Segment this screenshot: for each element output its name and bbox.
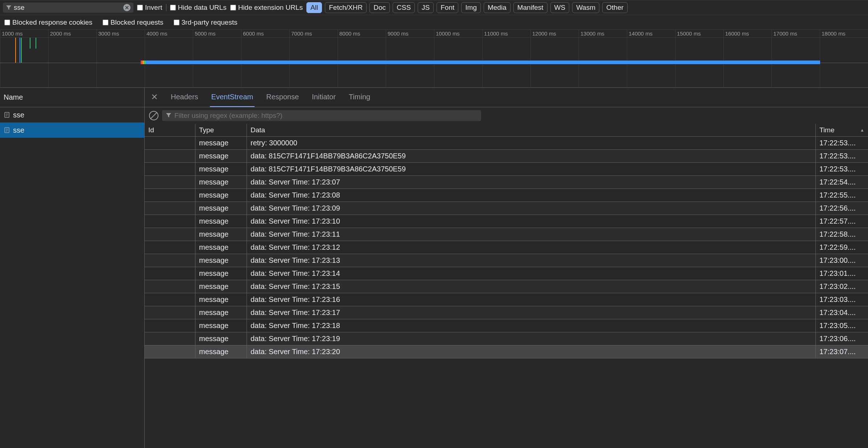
clear-filter-button[interactable] (123, 4, 131, 11)
timeline-marker (20, 38, 20, 63)
event-row[interactable]: messagedata: 815C7F1471F14BB79B3A86C2A37… (145, 150, 868, 163)
column-header-type[interactable]: Type (195, 124, 247, 137)
event-row[interactable]: messagedata: Server Time: 17:23:1017:22:… (145, 215, 868, 228)
request-list-panel: Name ssesse (0, 88, 145, 448)
tab-timing[interactable]: Timing (347, 88, 372, 107)
event-data: data: 815C7F1471F14BB79B3A86C2A3750E59 (247, 163, 816, 176)
request-detail-panel: HeadersEventStreamResponseInitiatorTimin… (145, 88, 868, 448)
event-row[interactable]: messagedata: Server Time: 17:23:1617:23:… (145, 293, 868, 306)
hide-data-urls-checkbox[interactable]: Hide data URLs (170, 4, 227, 12)
timeline-bar-start (141, 61, 146, 64)
event-row[interactable]: messageretry: 300000017:22:53.... (145, 137, 868, 150)
filter-input[interactable] (14, 4, 121, 12)
ruler-tick: 11000 ms (482, 30, 530, 37)
event-time: 17:22:53.... (816, 163, 868, 176)
event-time: 17:22:53.... (816, 150, 868, 163)
clear-events-button[interactable] (149, 111, 158, 120)
event-data: data: Server Time: 17:23:08 (247, 189, 816, 202)
ruler-tick: 12000 ms (530, 30, 579, 37)
ruler-tick: 6000 ms (241, 30, 289, 37)
filter-chip-font[interactable]: Font (437, 2, 458, 13)
tab-initiator[interactable]: Initiator (310, 88, 337, 107)
event-row[interactable]: messagedata: Server Time: 17:23:1417:23:… (145, 267, 868, 280)
event-row[interactable]: messagedata: Server Time: 17:23:1717:23:… (145, 306, 868, 319)
event-data: data: Server Time: 17:23:16 (247, 293, 816, 306)
request-row[interactable]: sse (0, 123, 144, 138)
third-party-checkbox[interactable]: 3rd-party requests (174, 18, 237, 26)
ruler-tick: 5000 ms (193, 30, 241, 37)
filter-chip-media[interactable]: Media (484, 2, 511, 13)
column-header-data[interactable]: Data (247, 124, 816, 137)
regex-filter-wrapper[interactable] (162, 110, 481, 121)
timeline-overview[interactable]: 1000 ms2000 ms3000 ms4000 ms5000 ms6000 … (0, 30, 868, 88)
event-id (145, 176, 195, 189)
event-id (145, 267, 195, 280)
event-id (145, 228, 195, 241)
tab-eventstream[interactable]: EventStream (210, 88, 255, 107)
event-type: message (195, 345, 247, 358)
filter-chips: AllFetch/XHRDocCSSJSFontImgMediaManifest… (306, 2, 628, 13)
close-detail-button[interactable] (150, 92, 159, 103)
divider (166, 4, 166, 11)
invert-checkbox[interactable]: Invert (137, 4, 162, 12)
event-data: data: Server Time: 17:23:19 (247, 332, 816, 345)
event-data: data: Server Time: 17:23:14 (247, 267, 816, 280)
filter-chip-doc[interactable]: Doc (369, 2, 390, 13)
column-header-time[interactable]: Time▲ (816, 124, 868, 137)
tab-headers[interactable]: Headers (169, 88, 200, 107)
event-row[interactable]: messagedata: Server Time: 17:23:2017:23:… (145, 345, 868, 358)
event-id (145, 345, 195, 358)
filter-chip-other[interactable]: Other (602, 2, 628, 13)
filter-chip-img[interactable]: Img (461, 2, 481, 13)
timeline-body[interactable] (0, 38, 868, 88)
event-row[interactable]: messagedata: Server Time: 17:23:1217:22:… (145, 241, 868, 254)
filter-chip-all[interactable]: All (306, 2, 322, 13)
event-row[interactable]: messagedata: Server Time: 17:23:1817:23:… (145, 319, 868, 332)
filter-chip-wasm[interactable]: Wasm (572, 2, 599, 13)
filter-chip-css[interactable]: CSS (393, 2, 415, 13)
sort-ascending-icon: ▲ (860, 128, 864, 133)
event-id (145, 332, 195, 345)
regex-filter-input[interactable] (174, 112, 478, 120)
event-time: 17:22:59.... (816, 241, 868, 254)
timeline-ruler: 1000 ms2000 ms3000 ms4000 ms5000 ms6000 … (0, 30, 868, 38)
filter-chip-js[interactable]: JS (418, 2, 434, 13)
event-time: 17:23:01.... (816, 267, 868, 280)
blocked-requests-checkbox[interactable]: Blocked requests (103, 18, 164, 26)
request-row[interactable]: sse (0, 107, 144, 123)
blocked-cookies-checkbox[interactable]: Blocked response cookies (4, 18, 92, 26)
ruler-tick: 1000 ms (0, 30, 48, 37)
event-row[interactable]: messagedata: Server Time: 17:23:1917:23:… (145, 332, 868, 345)
eventstream-table: Id Type Data Time▲ messageretry: 3000000… (145, 124, 868, 448)
event-row[interactable]: messagedata: Server Time: 17:23:0917:22:… (145, 202, 868, 215)
name-column-header[interactable]: Name (0, 88, 144, 107)
event-row[interactable]: messagedata: Server Time: 17:23:0717:22:… (145, 176, 868, 189)
filter-chip-manifest[interactable]: Manifest (513, 2, 547, 13)
column-header-id[interactable]: Id (145, 124, 195, 137)
filter-chip-ws[interactable]: WS (550, 2, 570, 13)
event-type: message (195, 215, 247, 228)
filter-input-wrapper[interactable] (3, 3, 133, 13)
filter-chip-fetch-xhr[interactable]: Fetch/XHR (325, 2, 367, 13)
ruler-tick: 10000 ms (434, 30, 482, 37)
event-time: 17:22:54.... (816, 176, 868, 189)
ruler-tick: 2000 ms (48, 30, 96, 37)
event-data: data: Server Time: 17:23:11 (247, 228, 816, 241)
event-row[interactable]: messagedata: Server Time: 17:23:1317:23:… (145, 254, 868, 267)
event-time: 17:22:56.... (816, 202, 868, 215)
event-row[interactable]: messagedata: 815C7F1471F14BB79B3A86C2A37… (145, 163, 868, 176)
document-icon (4, 112, 10, 118)
event-time: 17:23:03.... (816, 293, 868, 306)
tab-response[interactable]: Response (265, 88, 300, 107)
event-row[interactable]: messagedata: Server Time: 17:23:1117:22:… (145, 228, 868, 241)
event-row[interactable]: messagedata: Server Time: 17:23:1517:23:… (145, 280, 868, 293)
event-type: message (195, 306, 247, 319)
hide-extension-urls-checkbox[interactable]: Hide extension URLs (230, 4, 303, 12)
event-data: data: Server Time: 17:23:15 (247, 280, 816, 293)
event-data: data: Server Time: 17:23:17 (247, 306, 816, 319)
timeline-marker (30, 38, 30, 49)
event-data: data: Server Time: 17:23:20 (247, 345, 816, 358)
filter-icon (6, 5, 12, 11)
event-row[interactable]: messagedata: Server Time: 17:23:0817:22:… (145, 189, 868, 202)
event-time: 17:22:53.... (816, 137, 868, 150)
